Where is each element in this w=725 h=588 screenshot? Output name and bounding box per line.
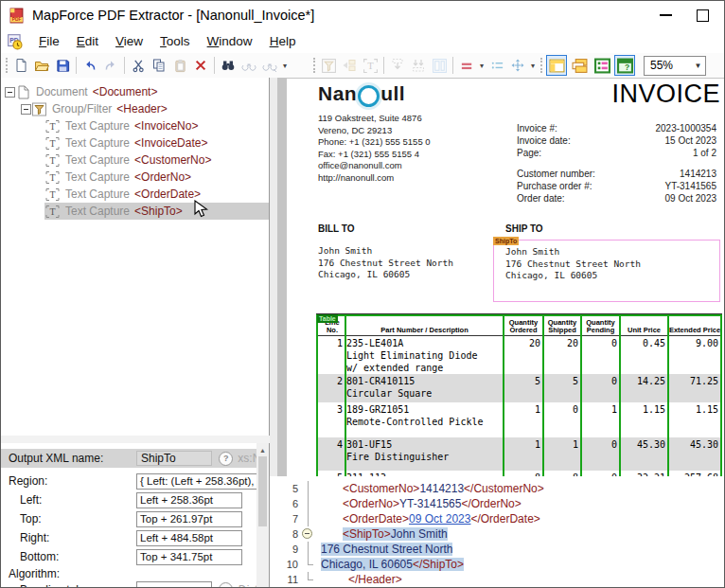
- collapse-fold-icon[interactable]: [302, 528, 312, 539]
- xml-output-panel[interactable]: 5 <CustomerNo>1414213</CustomerNo> 6 <Or…: [270, 476, 725, 588]
- xml-line-5: 5 <CustomerNo>1414213</CustomerNo>: [270, 481, 725, 496]
- toolbar-drag-handle[interactable]: [6, 58, 8, 73]
- help-icon[interactable]: ?: [219, 582, 233, 588]
- find-next-icon: [241, 58, 256, 73]
- open-file-button[interactable]: [31, 55, 52, 76]
- template-page-icon: [549, 58, 565, 74]
- paste-button[interactable]: [169, 55, 190, 76]
- view-cascade-toggle[interactable]: [569, 55, 590, 76]
- toolbar-drag-handle-2[interactable]: [313, 58, 315, 73]
- move-anchors-button[interactable]: [507, 55, 528, 76]
- move-anchors-caret[interactable]: ▾: [528, 62, 538, 70]
- pdf-page[interactable]: Nanull 119 Oakstreet, Suite 4876 Vereno,…: [287, 79, 725, 476]
- redo-icon: [103, 58, 118, 73]
- new-file-icon: [13, 58, 28, 73]
- region-field[interactable]: { Left: (Left + 258.36pt),: [136, 473, 257, 490]
- table-row: 1 235-LE401ALight Eliminating Diodew/ ex…: [317, 336, 721, 374]
- menu-edit[interactable]: Edit: [69, 31, 106, 51]
- toolbar-drag-handle-3[interactable]: [540, 58, 542, 73]
- extend-region-repeat-button[interactable]: [408, 55, 429, 76]
- zoom-combobox[interactable]: 55% ▼: [644, 56, 706, 76]
- delete-button[interactable]: [190, 55, 211, 76]
- fold-gutter: [298, 511, 319, 526]
- menu-help[interactable]: Help: [262, 31, 304, 51]
- output-xml-name-field[interactable]: ShipTo: [136, 451, 212, 466]
- cascade-windows-icon: [572, 58, 588, 74]
- view-template-page-toggle[interactable]: [546, 55, 567, 76]
- minimize-button[interactable]: [660, 14, 672, 16]
- cut-button[interactable]: [128, 55, 149, 76]
- tree-item-orderno[interactable]: T Text Capture <OrderNo>: [1, 169, 269, 186]
- prop-left: Left: Left + 258.36pt: [1, 490, 269, 509]
- find-dropdown-caret[interactable]: ▾: [280, 62, 290, 70]
- view-captures-toggle[interactable]: [592, 55, 612, 76]
- menu-window[interactable]: Window: [200, 31, 260, 51]
- capture-column-line: [503, 314, 504, 476]
- tree-item-shipto[interactable]: T Text Capture <ShipTo>: [1, 203, 269, 220]
- customer-number-row: Customer number:1414213: [517, 169, 716, 179]
- xml-line-8-selected: 8 <ShipTo>John Smith: [270, 526, 725, 542]
- document-window-icon[interactable]: PD: [7, 33, 24, 50]
- tree-item-document[interactable]: Document <Document>: [1, 83, 269, 100]
- maximize-button[interactable]: [697, 9, 709, 22]
- text-capture-icon: T: [44, 136, 61, 151]
- match-lines-button[interactable]: [456, 55, 477, 76]
- tree-item-invoiceno[interactable]: T Text Capture <InvoiceNo>: [1, 117, 269, 134]
- svg-text:T: T: [49, 189, 55, 200]
- tree-item-invoicedate[interactable]: T Text Capture <InvoiceDate>: [1, 134, 269, 151]
- group-filter-icon: [321, 58, 337, 74]
- preview-margin: [270, 78, 277, 476]
- svg-text:T: T: [49, 172, 55, 183]
- redo-button[interactable]: [100, 55, 121, 76]
- copy-button[interactable]: [149, 55, 169, 76]
- text-capture-button[interactable]: T: [360, 55, 380, 76]
- find-next-button[interactable]: [239, 55, 259, 76]
- capture-column-line: [542, 314, 544, 476]
- double-arrow-down-icon: [411, 58, 426, 73]
- list-options-button[interactable]: [486, 55, 507, 76]
- scroll-up-arrow[interactable]: ▲: [256, 443, 269, 456]
- capture-column-line: [316, 314, 318, 476]
- find-previous-button[interactable]: [259, 55, 280, 76]
- find-binoculars-icon: [221, 58, 236, 73]
- prop-baseline-tolerance: Baseline tolerance: ? Dist: [1, 581, 269, 588]
- page-row: Page:1 of 2: [517, 148, 716, 158]
- order-date-link[interactable]: 09 Oct 2023: [409, 512, 470, 526]
- collapse-toggle[interactable]: [5, 87, 15, 98]
- document-icon: [15, 85, 31, 99]
- find-button[interactable]: [218, 55, 239, 76]
- tree-item-orderdate[interactable]: T Text Capture <OrderDate>: [1, 186, 269, 203]
- table-row: 2 801-CR410115Circular Square 5 5 0 14.2…: [317, 374, 721, 402]
- region-right-field[interactable]: Left + 484.58pt: [136, 530, 242, 546]
- nested-capture-button[interactable]: [339, 55, 360, 76]
- panel-splitter[interactable]: [1, 436, 270, 443]
- menu-view[interactable]: View: [108, 31, 150, 51]
- nested-capture-icon: [342, 58, 357, 73]
- save-button[interactable]: [52, 55, 73, 76]
- text-capture-icon: T: [44, 205, 61, 219]
- scrollbar-thumb[interactable]: [258, 456, 267, 526]
- extend-region-down-button[interactable]: [387, 55, 408, 76]
- region-top-field[interactable]: Top + 261.97pt: [136, 511, 242, 527]
- new-file-button[interactable]: [10, 55, 31, 76]
- line-items-table[interactable]: Line No. Part Number / Description Quant…: [316, 313, 722, 476]
- menu-file[interactable]: File: [31, 31, 67, 51]
- view-help-page-toggle[interactable]: ?: [614, 55, 635, 76]
- zoom-dropdown-caret[interactable]: ▼: [691, 57, 705, 75]
- match-lines-caret[interactable]: ▾: [477, 62, 486, 70]
- region-bottom-field[interactable]: Top + 341.75pt: [136, 549, 242, 565]
- baseline-tolerance-field[interactable]: [136, 581, 212, 588]
- collapse-toggle[interactable]: [21, 104, 31, 115]
- tree-item-group-filter[interactable]: Group/Filter <Header>: [1, 100, 269, 117]
- undo-button[interactable]: [80, 55, 100, 76]
- help-icon[interactable]: ?: [219, 452, 233, 466]
- red-equals-icon: [460, 59, 474, 73]
- menu-tools[interactable]: Tools: [152, 31, 198, 51]
- page-layout-button[interactable]: [429, 55, 450, 76]
- region-left-field[interactable]: Left + 258.36pt: [136, 492, 242, 508]
- group-filter-capture-button[interactable]: [318, 55, 339, 76]
- text-capture-icon: T: [44, 187, 61, 202]
- properties-scrollbar[interactable]: ▲: [256, 443, 269, 588]
- tree-item-customerno[interactable]: T Text Capture <CustomerNo>: [1, 151, 269, 169]
- ship-to-address: John Smith 176 Chestnut Street North Chi…: [505, 246, 641, 282]
